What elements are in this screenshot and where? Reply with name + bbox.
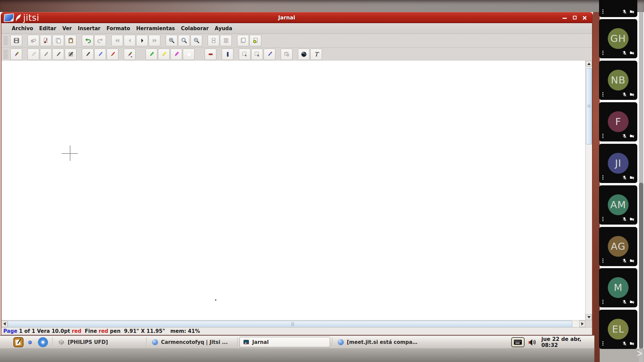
color-pen-button[interactable] [10,49,22,60]
pen-black-button[interactable] [82,49,94,60]
taskbar-clock[interactable]: jue 22 de abr, 08:32 [541,336,594,348]
scroll-left-button[interactable] [1,320,7,327]
pen-fine-button[interactable] [40,49,52,60]
vertical-scrollbar[interactable] [585,61,592,320]
scroll-down-button[interactable] [586,314,592,320]
menu-archivo[interactable]: Archivo [9,25,36,32]
scroll-up-button[interactable] [586,61,592,67]
new-page-template-button[interactable] [250,35,261,46]
participant-tile[interactable]: GH [599,19,637,58]
menu-ayuda[interactable]: Ayuda [212,25,235,32]
kebab-menu-icon[interactable] [602,9,603,10]
pen-red-button[interactable] [107,49,118,60]
participant-tile[interactable]: F [599,102,637,141]
stamp-button[interactable] [281,49,292,60]
drawing-canvas[interactable] [1,61,585,320]
camera-muted-icon [629,175,635,180]
participant-tile[interactable]: AG [599,227,637,266]
filmstrip-scrollbar-thumb[interactable] [639,183,643,349]
menu-colaborar[interactable]: Colaborar [178,25,212,32]
menu-ver[interactable]: Ver [59,25,75,32]
task-meet-jitsi-sharing[interactable]: [meet.jit.si está compa… [334,337,427,347]
participant-tile[interactable]: AM [599,185,637,225]
menu-herramientas[interactable]: Herramientas [133,25,178,32]
toolbar-drag-handle-2[interactable] [3,50,8,59]
zoom-in-button[interactable] [166,35,177,46]
next-page-icon [139,37,146,44]
kebab-menu-icon[interactable] [602,92,603,93]
highlighter-green-button[interactable] [146,49,157,60]
participant-tile[interactable]: EL [599,310,637,349]
participant-tile[interactable]: NB [599,61,637,100]
participant-tile-partial[interactable] [599,0,637,17]
kebab-menu-icon[interactable] [602,217,603,218]
first-page-button[interactable] [111,35,123,46]
paste-button[interactable] [65,35,76,46]
highlighter-yellow-button[interactable] [158,49,170,60]
pen-finest-button[interactable] [28,49,39,60]
horizontal-scrollbar-thumb[interactable] [8,321,572,327]
one-page-view-button[interactable] [208,35,219,46]
menu-insertar[interactable]: Insertar [75,25,103,32]
taskbar-separator [52,338,53,347]
kebab-menu-icon[interactable] [602,175,603,176]
color-pen-menu-button[interactable] [124,49,136,60]
kebab-menu-icon[interactable] [602,258,603,259]
pen-blue-button[interactable] [94,49,106,60]
select-rectangle-button[interactable] [239,49,251,60]
keyboard-layout-tray-button[interactable] [511,337,525,347]
web-link-button[interactable] [298,49,310,60]
task-philips-ufd[interactable]: [PHILIPS UFD] [55,337,145,347]
titlebar[interactable]: jitsi Jarnal [1,12,592,23]
volume-tray-icon[interactable] [527,338,537,347]
pen-on-background-icon [67,51,74,58]
undo-button[interactable] [82,35,94,46]
zoom-out-button[interactable] [191,35,202,46]
save-button[interactable] [10,35,22,46]
avatar: EL [608,319,629,340]
participant-tile[interactable]: JI [599,144,637,183]
web-link-icon [301,51,307,58]
toolbar-main [1,34,592,48]
task-label: Jarnal [252,339,269,345]
text-tool-button[interactable]: T [310,49,322,60]
ruler-vertical-button[interactable] [222,49,233,60]
cut-button[interactable] [40,35,52,46]
horizontal-scrollbar[interactable] [1,320,585,327]
kebab-menu-icon[interactable] [602,134,603,135]
task-jarnal[interactable]: Jarnal [239,337,330,347]
ruler-horizontal-button[interactable] [205,49,216,60]
last-page-button[interactable] [149,35,160,46]
kebab-menu-icon[interactable] [602,300,603,301]
vertical-scrollbar-thumb[interactable] [586,68,592,144]
copy-button[interactable] [52,35,64,46]
highlighter-magenta-button[interactable] [170,49,182,60]
previous-page-button[interactable] [124,35,136,46]
kebab-menu-icon[interactable] [602,51,603,52]
next-page-button[interactable] [136,35,148,46]
pen-on-background-button[interactable] [65,49,76,60]
chromium-launcher[interactable] [38,337,48,347]
eraser-button[interactable] [28,35,39,46]
select-region-button[interactable] [251,49,263,60]
menu-editar[interactable]: Editar [36,25,59,32]
task-jitsi-meeting[interactable]: Carmencotofyq | Jitsi ... [149,337,236,347]
thumbnail-view-button[interactable] [220,35,232,46]
minimize-button[interactable] [562,15,567,20]
jarnal-launcher[interactable] [13,337,23,347]
highlighter-white-button[interactable] [183,49,195,60]
ruler-vertical-icon [224,51,231,58]
toolbar-drag-handle[interactable] [3,36,8,45]
close-button[interactable] [582,15,587,20]
kebab-menu-icon[interactable] [602,341,603,342]
zoom-original-button[interactable] [178,35,190,46]
menu-formato[interactable]: Formato [103,25,133,32]
scroll-right-button[interactable] [579,320,585,327]
maximize-button[interactable] [572,15,577,20]
participant-tile[interactable]: M [599,268,637,307]
pen-eraser-button[interactable] [264,49,275,60]
filmstrip-collapse-chevron[interactable]: > [635,346,644,360]
new-page-button[interactable] [237,35,249,46]
redo-button[interactable] [94,35,106,46]
pen-medium-button[interactable] [52,49,64,60]
